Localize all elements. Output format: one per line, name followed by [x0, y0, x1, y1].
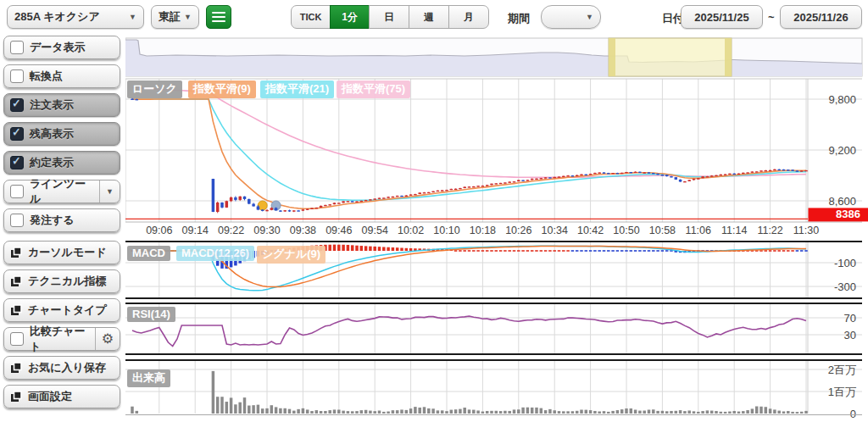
windows-icon	[10, 391, 22, 403]
chevron-down-icon: ▼	[106, 187, 114, 196]
legend-volume: 出来高	[127, 369, 170, 387]
sidebar-label: 転換点	[30, 69, 63, 84]
time-tick: 11:30	[793, 225, 819, 236]
price-tick: 8,600	[828, 195, 856, 208]
timeframe-group: TICK 1分 日 週 月	[291, 5, 489, 29]
chevron-down-icon: ▼	[586, 13, 593, 21]
panel-borders	[125, 242, 862, 415]
top-toolbar: 285A キオクシア ▼ 東証 ▼ TICK 1分 日 週 月 期間 ▼ 日付 …	[0, 0, 868, 34]
macd-tick: -300	[834, 280, 856, 293]
sidebar-button-comparison-chart[interactable]: 比較チャート ⚙	[3, 327, 120, 351]
main-panel: 8386	[125, 87, 868, 221]
legend-ema21: 指数平滑(21)	[260, 81, 334, 98]
comparison-chart-settings[interactable]: ⚙	[95, 328, 114, 350]
sidebar-button-chart-type[interactable]: チャートタイプ	[3, 298, 120, 322]
watchlist-button[interactable]	[206, 5, 231, 29]
chart-application: 285A キオクシア ▼ 東証 ▼ TICK 1分 日 週 月 期間 ▼ 日付 …	[0, 0, 868, 422]
checkbox[interactable]	[10, 69, 24, 83]
checkbox-checked[interactable]	[10, 127, 24, 141]
sidebar-button-turning-point[interactable]: 転換点	[3, 64, 120, 88]
navigator	[125, 38, 862, 76]
sidebar-button-order-display[interactable]: 注文表示	[3, 93, 120, 117]
rsi-panel	[132, 316, 806, 346]
checkbox-checked[interactable]	[10, 156, 24, 169]
time-tick: 10:26	[505, 225, 531, 236]
checkbox[interactable]	[10, 214, 24, 227]
time-tick: 10:02	[398, 225, 424, 236]
windows-icon	[10, 247, 22, 258]
time-tick: 10:10	[433, 225, 459, 236]
gear-icon: ⚙	[102, 332, 114, 346]
time-tick: 11:06	[686, 225, 711, 236]
time-tick: 11:14	[721, 225, 747, 236]
sidebar-label: 残高表示	[30, 126, 74, 142]
checkbox[interactable]	[10, 41, 24, 54]
list-icon	[212, 12, 225, 14]
sidebar-button-balance-display[interactable]: 残高表示	[3, 122, 120, 146]
windows-icon	[10, 275, 22, 287]
volume-tick: 1百万	[828, 386, 856, 398]
price-tick: 9,200	[828, 144, 856, 157]
sidebar-button-cursor-mode[interactable]: カーソルモード	[3, 241, 120, 264]
sidebar-label: テクニカル指標	[28, 274, 107, 289]
navigator-selection[interactable]	[609, 38, 732, 76]
timeframe-day[interactable]: 日	[369, 5, 409, 29]
exchange-selector[interactable]: 東証 ▼	[151, 5, 199, 29]
stock-selector-value: 285A キオクシア	[14, 9, 100, 25]
sidebar-button-favorite-save[interactable]: お気に入り保存	[3, 356, 120, 380]
macd-tick: -100	[834, 257, 856, 269]
legend-macd-params: MACD(12,26)	[176, 246, 254, 261]
sidebar-label: 比較チャート	[30, 324, 89, 354]
chevron-down-icon: ▼	[129, 13, 136, 21]
sidebar-button-technical-indicators[interactable]: テクニカル指標	[3, 269, 120, 293]
time-tick: 09:54	[362, 225, 388, 236]
volume-tick: 2百万	[828, 364, 856, 376]
navigator-handle-right[interactable]	[725, 38, 732, 76]
time-tick: 09:46	[326, 225, 352, 236]
sidebar: データ表示 転換点 注文表示 残高表示 約定表示 ラインツール ▼ 発注する	[0, 34, 125, 422]
time-tick: 09:06	[146, 225, 172, 236]
checkbox-checked[interactable]	[10, 98, 24, 112]
date-from-input[interactable]: 2025/11/25	[681, 5, 763, 29]
legend-ema9: 指数平滑(9)	[188, 81, 256, 98]
sidebar-button-screen-settings[interactable]: 画面設定	[3, 385, 120, 408]
rsi-tick: 30	[844, 329, 856, 341]
sidebar-label: ラインツール	[30, 176, 93, 207]
sidebar-label: お気に入り保存	[28, 360, 106, 375]
price-tick: 9,800	[828, 93, 856, 106]
sidebar-button-data-display[interactable]: データ表示	[3, 36, 120, 59]
sidebar-label: 注文表示	[30, 97, 74, 113]
legend-ema75: 指数平滑(75)	[337, 81, 410, 98]
timeframe-week[interactable]: 週	[409, 5, 449, 29]
period-selector[interactable]: ▼	[541, 5, 601, 29]
legend-rsi: RSI(14)	[127, 307, 175, 322]
checkbox[interactable]	[10, 332, 24, 346]
legend-candle: ローソク	[127, 81, 182, 98]
timeframe-1min[interactable]: 1分	[330, 5, 370, 29]
windows-icon	[10, 362, 22, 374]
sidebar-button-line-tool[interactable]: ラインツール ▼	[3, 180, 120, 203]
volume-tick: 0	[850, 408, 856, 420]
candles	[131, 97, 808, 213]
sidebar-button-execution-display[interactable]: 約定表示	[3, 151, 120, 175]
time-tick: 10:18	[470, 225, 496, 236]
sidebar-label: カーソルモード	[28, 245, 107, 260]
time-tick: 10:58	[649, 225, 676, 236]
time-tick: 10:42	[577, 225, 604, 236]
checkbox[interactable]	[10, 185, 24, 198]
legend-macd-signal: シグナル(9)	[257, 246, 326, 264]
timeframe-tick[interactable]: TICK	[291, 5, 331, 29]
time-tick: 10:50	[613, 225, 639, 236]
legend-macd: MACD	[127, 246, 170, 261]
sidebar-button-place-order[interactable]: 発注する	[3, 208, 120, 232]
rsi-tick: 70	[844, 312, 856, 325]
stock-selector[interactable]: 285A キオクシア ▼	[7, 5, 144, 29]
date-to-input[interactable]: 2025/11/26	[780, 5, 862, 29]
time-tick: 09:14	[182, 225, 209, 236]
sidebar-label: 約定表示	[30, 155, 74, 170]
line-tool-dropdown[interactable]: ▼	[99, 180, 114, 203]
timeframe-month[interactable]: 月	[448, 5, 489, 29]
navigator-handle-left[interactable]	[609, 38, 615, 76]
time-tick: 09:22	[218, 225, 244, 236]
sidebar-label: データ表示	[30, 40, 86, 55]
